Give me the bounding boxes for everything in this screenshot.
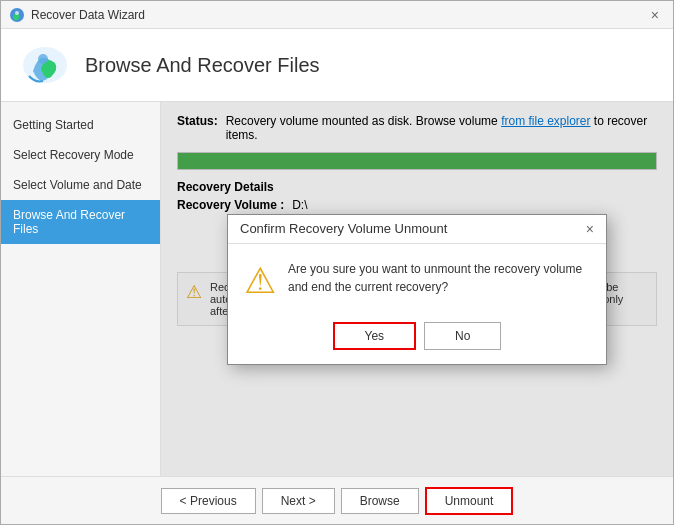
title-bar-title: Recover Data Wizard — [31, 8, 145, 22]
sidebar-item-recovery-mode[interactable]: Select Recovery Mode — [1, 140, 160, 170]
title-bar-left: Recover Data Wizard — [9, 7, 145, 23]
svg-point-1 — [15, 11, 19, 15]
dialog-title-text: Confirm Recovery Volume Unmount — [240, 221, 447, 236]
confirm-dialog: Confirm Recovery Volume Unmount × ⚠ Are … — [227, 214, 607, 365]
dialog-warning-icon: ⚠ — [244, 260, 276, 302]
close-button[interactable]: × — [645, 5, 665, 25]
dialog-overlay: Confirm Recovery Volume Unmount × ⚠ Are … — [161, 102, 673, 476]
sidebar-item-browse-recover[interactable]: Browse And Recover Files — [1, 200, 160, 244]
browse-button[interactable]: Browse — [341, 488, 419, 514]
sidebar-item-getting-started[interactable]: Getting Started — [1, 110, 160, 140]
yes-button[interactable]: Yes — [333, 322, 417, 350]
unmount-button[interactable]: Unmount — [425, 487, 514, 515]
svg-point-3 — [38, 54, 48, 64]
previous-button[interactable]: < Previous — [161, 488, 256, 514]
dialog-message: Are you sure you want to unmount the rec… — [288, 260, 590, 296]
dialog-title-bar: Confirm Recovery Volume Unmount × — [228, 215, 606, 244]
header-area: Browse And Recover Files — [1, 29, 673, 102]
sidebar-item-volume-date[interactable]: Select Volume and Date — [1, 170, 160, 200]
next-button[interactable]: Next > — [262, 488, 335, 514]
footer-bar: < Previous Next > Browse Unmount — [1, 476, 673, 524]
main-panel: Status: Recovery volume mounted as disk.… — [161, 102, 673, 476]
wizard-icon — [21, 41, 69, 89]
main-window: Recover Data Wizard × Browse And Recover… — [0, 0, 674, 525]
dialog-footer: Yes No — [228, 312, 606, 364]
title-bar: Recover Data Wizard × — [1, 1, 673, 29]
sidebar: Getting Started Select Recovery Mode Sel… — [1, 102, 161, 476]
content-area: Getting Started Select Recovery Mode Sel… — [1, 102, 673, 476]
dialog-close-button[interactable]: × — [586, 221, 594, 237]
dialog-body: ⚠ Are you sure you want to unmount the r… — [228, 244, 606, 312]
no-button[interactable]: No — [424, 322, 501, 350]
title-bar-icon — [9, 7, 25, 23]
page-title: Browse And Recover Files — [85, 54, 320, 77]
